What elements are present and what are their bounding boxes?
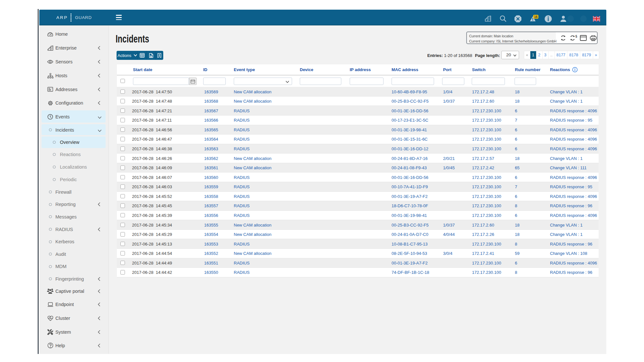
svg-text:5: 5 [575, 35, 577, 38]
